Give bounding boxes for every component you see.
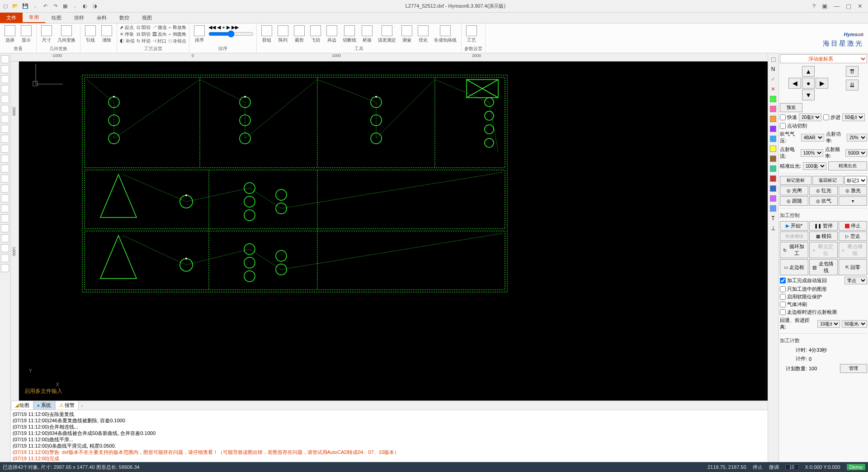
bottab-draw[interactable]: ◢绘图 [11,401,33,410]
retreat-v1[interactable]: 10毫米 [817,320,840,328]
ribbon-btn-5-3[interactable]: 飞切 [308,24,323,44]
tab-view[interactable]: 视图 [136,13,158,23]
ribbon-btn-2-1[interactable]: 清除 [99,24,114,44]
freq-value[interactable]: 5000Hz [845,149,867,157]
mid-icon-2[interactable]: N [769,65,777,73]
home-button[interactable]: ⇱ 回零 [839,259,867,275]
ribbon-btn-2-0[interactable]: 引线 [83,24,98,44]
mid-close-icon[interactable]: ✕ [769,85,777,93]
layer-color-0[interactable] [769,95,777,103]
ribbon-small-3-3-1[interactable]: ⌐ 倒圆角 [169,31,186,38]
arrow-down-button[interactable]: ▼ [802,90,815,100]
help-icon[interactable]: ? [812,3,816,9]
extra-button[interactable]: ▾ [839,196,867,206]
lefttool-9[interactable] [1,145,9,153]
retreat-v2[interactable]: 50毫米/秒 [842,320,867,328]
qat-undo-icon[interactable]: ↶ [42,3,49,10]
layer-color-9[interactable] [769,184,777,193]
arrow-center-button[interactable]: ● [802,78,815,89]
wrap-button[interactable]: ▧ 走包络线 [809,259,838,275]
ribbon-btn-5-9[interactable]: 优化 [416,24,430,44]
red-button[interactable]: ◎ 红光 [809,186,838,195]
markcoord-button[interactable]: 标记坐标 [780,176,811,185]
layer-color-8[interactable] [769,175,777,183]
mid-check-icon[interactable]: ✓ [769,75,777,83]
fast-value[interactable]: 20毫米 [799,113,821,121]
lefttool-18[interactable] [1,234,9,242]
lefttool-0[interactable] [1,55,9,63]
lefttool-7[interactable] [1,125,9,133]
bottab-system[interactable]: ▸系统 [33,401,55,410]
mid-icon-1[interactable]: ⬚ [769,55,777,63]
tab-nest[interactable]: 排样 [68,13,90,23]
gasflush-check[interactable]: 气体冲刷 [780,301,867,308]
ribbon-btn-0-0[interactable]: 选择 [3,24,17,44]
layer-color-3[interactable] [769,125,777,133]
maximize-icon[interactable]: ▢ [846,3,851,9]
lefttool-17[interactable] [1,224,9,232]
ribbon-btn-1-1[interactable]: 几何变换 [56,24,77,44]
pointcut-check[interactable]: 点动切割 [780,123,867,129]
lefttool-6[interactable] [1,115,9,123]
preview-button[interactable]: 预览 [780,103,802,112]
lefttool-13[interactable] [1,184,9,193]
ribbon-btn-5-6[interactable]: 桥接 [360,24,374,44]
ribbon-small-3-0-0[interactable]: ⬈ 起点 [120,24,135,31]
lefttool-8[interactable] [1,135,9,143]
lefttool-11[interactable] [1,165,9,173]
arrow-left-button[interactable]: ◀ [788,78,801,89]
qat-icon3[interactable]: ◑ [91,3,99,10]
fast-check[interactable]: 快速 [780,114,797,121]
light-button[interactable]: ◎ 光闸 [780,186,808,195]
current-value[interactable]: 100% [801,149,823,157]
ribbon-btn-5-4[interactable]: 共边 [325,24,339,44]
qat-icon2[interactable]: ◐ [81,3,89,10]
qat-icon[interactable]: ▦ [61,3,69,10]
onlysel-check[interactable]: 只加工选中的图形 [780,286,867,293]
lefttool-20[interactable] [1,254,9,262]
dry-button[interactable]: ▷ 空走 [839,231,867,241]
ribbon-btn-5-8[interactable]: 测量 [400,24,414,44]
start-button[interactable]: ▶ 开始* [780,221,808,231]
minimize-icon[interactable]: — [834,3,840,9]
lefttool-1[interactable] [1,65,9,73]
ribbon-btn-5-5[interactable]: 切断线 [341,24,358,44]
ribbon-small-3-2-2[interactable]: ⊣ 封口 [152,38,167,44]
step-value[interactable]: 50毫米 [842,113,865,121]
ribbon-btn-6-0[interactable]: 工艺 [464,24,479,44]
frame-button[interactable]: ▭ 走边框 [780,259,808,275]
follow-button[interactable]: ◎ 跟随 [780,196,808,206]
layer-color-7[interactable] [769,165,777,173]
ribbon-small-3-3-2[interactable]: □ 冷却点 [169,38,186,44]
ribbon-btn-5-7[interactable]: 误差测定 [376,24,398,44]
ribbon-btn-5-10[interactable]: 生成包络线 [432,24,458,44]
power-value[interactable]: 20% [847,134,867,142]
ribbon-small-3-2-1[interactable]: ☰ 反向 [152,31,167,38]
autoreturn-check[interactable]: 加工完成自动返回 [780,277,827,284]
mid-extra-0[interactable]: T [769,214,777,222]
mid-extra-1[interactable]: ⊥ [769,224,777,232]
layer-color-10[interactable] [769,194,777,203]
precise-value[interactable]: 100毫秒 [803,162,826,170]
manage-button[interactable]: 管理 [840,364,867,373]
status-fine-input[interactable] [785,464,799,470]
ribbon-btn-4-0[interactable]: 排序 [192,24,207,44]
ribbon-small-3-2-0[interactable]: ↗ 微连 [152,24,167,31]
lefttool-5[interactable] [1,105,9,113]
lefttool-21[interactable] [1,264,9,272]
ribbon-small-3-1-2[interactable]: ↻ 环切 [137,38,151,44]
sort-slider[interactable] [208,30,254,38]
step-check[interactable]: 步进 [823,114,840,121]
blow-button[interactable]: ◎ 吹气 [809,196,838,206]
lefttool-12[interactable] [1,175,9,183]
z-up-button[interactable]: ⇈ [846,66,859,77]
bottab-scroll-left[interactable]: ‹ [79,403,86,408]
loop-button[interactable]: ↻ 循环加工 [780,242,808,258]
z-down-button[interactable]: ⇊ [846,80,859,90]
sim-button[interactable]: ▦ 模拟 [809,231,838,241]
lefttool-3[interactable] [1,85,9,93]
pause-button[interactable]: ❚❚ 暂停 [809,221,838,231]
returnmark-button[interactable]: 返回标记 [812,176,844,185]
ribbon-small-3-0-2[interactable]: ◐ 补偿 [120,38,135,44]
ribbon-btn-5-0[interactable]: 群组 [259,24,274,44]
